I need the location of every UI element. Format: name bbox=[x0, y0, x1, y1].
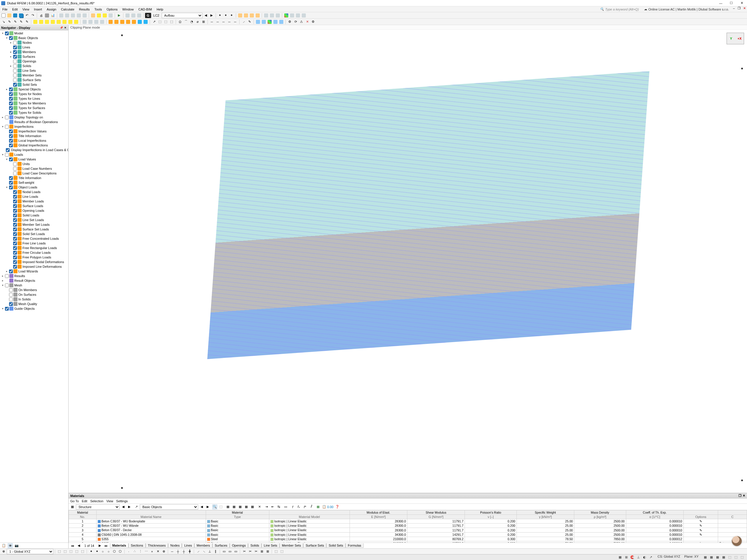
bt-34[interactable]: ⊞ bbox=[265, 549, 270, 554]
tree-checkbox[interactable] bbox=[13, 74, 17, 77]
bt-6[interactable]: ✦ bbox=[88, 549, 94, 554]
toolbar-btn-13[interactable] bbox=[76, 13, 81, 18]
col-header[interactable]: Specific Weight bbox=[516, 510, 574, 515]
cell[interactable]: 11791.7 bbox=[407, 528, 465, 532]
pager-next-icon[interactable]: ▶ bbox=[97, 543, 102, 548]
tree-display-topology-on[interactable]: ▸Display Topology on bbox=[0, 115, 68, 119]
tree-load-values[interactable]: ▾Load Values bbox=[0, 157, 68, 162]
tree-checkbox[interactable] bbox=[9, 176, 13, 180]
loadcase-prev-icon[interactable]: ◀ bbox=[203, 13, 208, 18]
menu-tools[interactable]: Tools bbox=[92, 6, 104, 12]
bt-20[interactable]: ┼ bbox=[175, 549, 181, 554]
cell[interactable]: 4 bbox=[69, 532, 97, 537]
tb2-7[interactable] bbox=[38, 19, 44, 25]
tree-checkbox[interactable] bbox=[9, 158, 13, 161]
tb2-1[interactable]: ↘ bbox=[1, 19, 6, 25]
tree-checkbox[interactable] bbox=[13, 59, 17, 63]
mat-tb-4[interactable]: ▦ bbox=[231, 504, 237, 510]
cell[interactable]: 2500.00 bbox=[574, 528, 626, 532]
col-header[interactable] bbox=[684, 510, 718, 515]
tree-free-circular-loads[interactable]: Free Circular Loads bbox=[0, 250, 68, 255]
save-all-icon[interactable] bbox=[18, 13, 24, 18]
viewport[interactable]: Clipping Plane mode Y +X Materials ❐ ✕ G… bbox=[69, 25, 747, 548]
col-subheader[interactable]: α [1/°C] bbox=[626, 515, 684, 519]
st-v3[interactable]: ▦ bbox=[715, 555, 720, 560]
tree-member-loads[interactable]: Member Loads bbox=[0, 199, 68, 204]
tree-global-imperfections[interactable]: Global Imperfections bbox=[0, 143, 68, 148]
bt-17[interactable]: ✕ bbox=[155, 549, 160, 554]
toolbar-btn-22[interactable] bbox=[136, 13, 142, 18]
print-icon[interactable]: 🖨 bbox=[38, 13, 44, 18]
cell[interactable]: ✎ bbox=[684, 528, 718, 532]
tree-toggle-icon[interactable]: ▾ bbox=[5, 186, 8, 189]
tree-toggle-icon[interactable]: ▾ bbox=[1, 32, 4, 35]
toolbar-btn-18[interactable] bbox=[108, 13, 113, 18]
col-subheader[interactable]: C bbox=[718, 515, 747, 519]
tree-result-objects[interactable]: ▸Result Objects bbox=[0, 278, 68, 283]
coord-system-select[interactable]: 1 - Global XYZ bbox=[7, 549, 53, 554]
mat-struct-next-icon[interactable]: ▶ bbox=[127, 504, 132, 510]
tree-member-set-loads[interactable]: Member Set Loads bbox=[0, 222, 68, 227]
menu-file[interactable]: File bbox=[0, 6, 10, 12]
tree-member-sets[interactable]: Member Sets bbox=[0, 73, 68, 78]
bt-5[interactable]: ⬚ bbox=[80, 549, 85, 554]
cell[interactable]: 14291.7 bbox=[407, 532, 465, 537]
toolbar-btn-12[interactable] bbox=[70, 13, 76, 18]
tree-solid-sets[interactable]: Solid Sets bbox=[0, 82, 68, 87]
tree-loads[interactable]: ▾Loads bbox=[0, 152, 68, 157]
mat-tb-10[interactable]: ⇆ bbox=[276, 504, 281, 510]
tb2-40[interactable]: ✎ bbox=[247, 19, 252, 25]
tb2-23[interactable] bbox=[137, 19, 143, 25]
tree-toggle-icon[interactable]: ▾ bbox=[5, 158, 8, 161]
materials-table[interactable]: MaterialMaterialModulus of Elast.Shear M… bbox=[69, 510, 747, 542]
tree-checkbox[interactable] bbox=[9, 143, 13, 147]
tree-on-members[interactable]: On Members bbox=[0, 288, 68, 292]
toolbar-btn-16[interactable] bbox=[96, 13, 102, 18]
navigator-pin-icon[interactable]: 📌 bbox=[59, 26, 63, 29]
pager-first-icon[interactable]: ⏮ bbox=[70, 543, 75, 548]
tb2-2[interactable]: ✎ bbox=[7, 19, 12, 25]
tree-checkbox[interactable] bbox=[13, 232, 17, 236]
tree-checkbox[interactable] bbox=[13, 260, 17, 264]
mat-tb-12[interactable]: 📋 bbox=[321, 504, 327, 510]
tb2-8[interactable] bbox=[44, 19, 50, 25]
tb2-28[interactable]: ⬚ bbox=[169, 19, 174, 25]
cell[interactable]: 25.00 bbox=[516, 528, 574, 532]
tb2-18[interactable] bbox=[108, 19, 113, 25]
tree-checkbox[interactable] bbox=[13, 195, 17, 198]
tree-checkbox[interactable] bbox=[13, 64, 17, 68]
cell[interactable]: Beton C30/37 - Decke bbox=[96, 528, 206, 532]
tree-checkbox[interactable] bbox=[13, 55, 17, 59]
tree-checkbox[interactable] bbox=[9, 288, 13, 292]
bt-35[interactable]: ⬚ bbox=[274, 549, 279, 554]
tab-line-sets[interactable]: Line Sets bbox=[261, 543, 280, 548]
window-maximize[interactable]: ☐ bbox=[727, 1, 735, 6]
toolbar-btn-33[interactable] bbox=[237, 13, 243, 18]
st-v5[interactable]: ⬚ bbox=[727, 555, 732, 560]
tab-materials[interactable]: Materials bbox=[110, 543, 129, 548]
tree-imperfection-values[interactable]: Imperfection Values bbox=[0, 129, 68, 134]
tree-checkbox[interactable] bbox=[13, 209, 17, 213]
tb2-36[interactable]: ─ bbox=[221, 19, 226, 25]
tb2-5[interactable]: ✎ bbox=[24, 19, 29, 25]
cell[interactable]: 2 bbox=[69, 524, 97, 528]
col-subheader[interactable]: γ [kN/m³] bbox=[516, 515, 574, 519]
mat-tb-fx2[interactable]: fₓ bbox=[296, 504, 302, 510]
tree-surface-set-loads[interactable]: Surface Set Loads bbox=[0, 227, 68, 232]
cell[interactable] bbox=[718, 524, 747, 528]
st-v2[interactable]: ▦ bbox=[709, 555, 714, 560]
tree-checkbox[interactable] bbox=[13, 171, 17, 175]
toolbar-btn-36[interactable] bbox=[255, 13, 260, 18]
tree-checkbox[interactable] bbox=[9, 97, 13, 101]
st-v6[interactable]: ⬚ bbox=[733, 555, 739, 560]
tree-toggle-icon[interactable]: ▸ bbox=[1, 116, 4, 119]
cell[interactable]: 25.00 bbox=[516, 532, 574, 537]
tree-checkbox[interactable] bbox=[5, 115, 9, 119]
tb2-33[interactable]: ⊞ bbox=[201, 19, 206, 25]
toolbar-btn-43[interactable] bbox=[301, 13, 306, 18]
objects-select[interactable]: Basic Objects bbox=[140, 504, 198, 510]
tab-thicknesses[interactable]: Thicknesses bbox=[146, 543, 168, 548]
tb2-41[interactable]: ⚙ bbox=[287, 19, 292, 25]
tree-surface-sets[interactable]: Surface Sets bbox=[0, 78, 68, 82]
tb2-14[interactable] bbox=[82, 19, 87, 25]
